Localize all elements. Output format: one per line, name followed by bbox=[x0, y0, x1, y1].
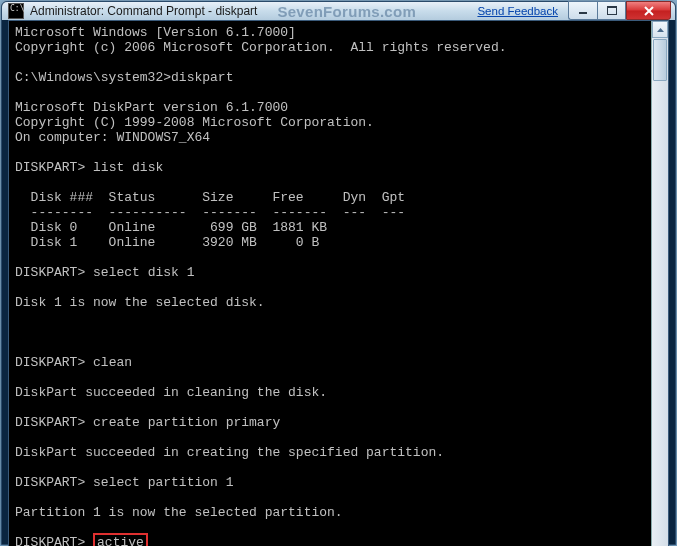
cmd-clean: clean bbox=[93, 355, 132, 370]
disk-row-0: Disk 0 Online 699 GB 1881 KB bbox=[15, 220, 327, 235]
cmd-icon bbox=[8, 3, 24, 19]
send-feedback-link[interactable]: Send Feedback bbox=[477, 5, 558, 17]
window-controls bbox=[568, 2, 671, 20]
window-title: Administrator: Command Prompt - diskpart bbox=[30, 4, 257, 18]
diskpart-prompt: DISKPART> bbox=[15, 535, 85, 546]
diskpart-prompt: DISKPART> bbox=[15, 265, 85, 280]
diskpart-prompt: DISKPART> bbox=[15, 475, 85, 490]
console-output[interactable]: Microsoft Windows [Version 6.1.7000] Cop… bbox=[9, 21, 651, 546]
diskpart-prompt: DISKPART> bbox=[15, 415, 85, 430]
msg-partition-selected: Partition 1 is now the selected partitio… bbox=[15, 505, 343, 520]
cmd-list-disk: list disk bbox=[93, 160, 163, 175]
os-copyright-line: Copyright (c) 2006 Microsoft Corporation… bbox=[15, 40, 506, 55]
minimize-button[interactable] bbox=[568, 1, 597, 20]
disk-row-1: Disk 1 Online 3920 MB 0 B bbox=[15, 235, 319, 250]
os-version-line: Microsoft Windows [Version 6.1.7000] bbox=[15, 25, 296, 40]
cmd-diskpart: diskpart bbox=[171, 70, 233, 85]
close-button[interactable] bbox=[626, 1, 671, 20]
diskpart-version: Microsoft DiskPart version 6.1.7000 bbox=[15, 100, 288, 115]
maximize-button[interactable] bbox=[597, 1, 626, 20]
disk-table-separator: -------- ---------- ------- ------- --- … bbox=[15, 205, 405, 220]
diskpart-prompt: DISKPART> bbox=[15, 355, 85, 370]
cmd-select-disk: select disk 1 bbox=[93, 265, 194, 280]
watermark-text: SevenForums.com bbox=[277, 3, 416, 20]
command-prompt-window: Administrator: Command Prompt - diskpart… bbox=[1, 1, 676, 545]
client-area: Microsoft Windows [Version 6.1.7000] Cop… bbox=[8, 20, 669, 546]
msg-clean-succeeded: DiskPart succeeded in cleaning the disk. bbox=[15, 385, 327, 400]
cmd-select-partition: select partition 1 bbox=[93, 475, 233, 490]
msg-partition-created: DiskPart succeeded in creating the speci… bbox=[15, 445, 444, 460]
diskpart-prompt: DISKPART> bbox=[15, 160, 85, 175]
diskpart-computer: On computer: WINDOWS7_X64 bbox=[15, 130, 210, 145]
disk-table-header: Disk ### Status Size Free Dyn Gpt bbox=[15, 190, 405, 205]
diskpart-copyright: Copyright (C) 1999-2008 Microsoft Corpor… bbox=[15, 115, 374, 130]
chevron-up-icon bbox=[657, 28, 664, 32]
scroll-up-button[interactable] bbox=[652, 21, 668, 38]
msg-disk-selected: Disk 1 is now the selected disk. bbox=[15, 295, 265, 310]
cmd-active-highlighted: active bbox=[93, 533, 148, 546]
titlebar[interactable]: Administrator: Command Prompt - diskpart… bbox=[2, 2, 675, 20]
svg-rect-2 bbox=[607, 6, 617, 8]
vertical-scrollbar[interactable] bbox=[651, 21, 668, 546]
cmd-prompt: C:\Windows\system32> bbox=[15, 70, 171, 85]
scroll-thumb[interactable] bbox=[653, 39, 667, 81]
cmd-create-partition: create partition primary bbox=[93, 415, 280, 430]
svg-rect-0 bbox=[579, 12, 587, 14]
